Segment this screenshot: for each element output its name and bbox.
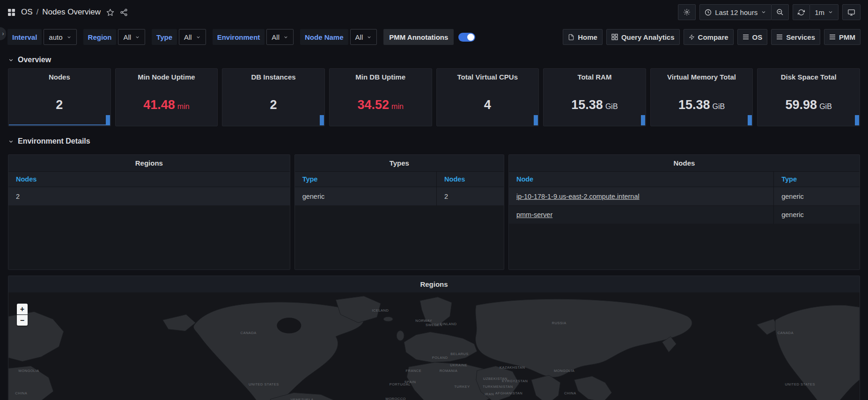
sparkline-bar xyxy=(748,115,752,125)
column-header-nodes[interactable]: Nodes xyxy=(8,172,290,187)
stat-panel-virtual-memory-total[interactable]: Virtual Memory Total 15.38GiB xyxy=(650,68,753,126)
filter-environment-value[interactable]: All xyxy=(266,29,294,45)
stat-value: 59.98GiB xyxy=(786,98,832,112)
map-country-label: RUSSIA xyxy=(552,320,566,325)
map-country-label: KAZAKHSTAN xyxy=(500,365,525,370)
map-country-label: TURKEY xyxy=(454,384,470,388)
stat-value: 2 xyxy=(270,98,277,112)
stat-value: 2 xyxy=(56,98,63,112)
stat-title: Min Node Uptime xyxy=(116,69,218,81)
query-analytics-button[interactable]: Query Analytics xyxy=(606,29,680,45)
column-header-nodes[interactable]: Nodes xyxy=(437,172,504,187)
clock-icon xyxy=(705,9,712,16)
stat-title: DB Instances xyxy=(222,69,324,81)
menu-icon xyxy=(743,34,749,40)
filter-value-text: auto xyxy=(49,33,62,41)
map-country-label: MOROCCO xyxy=(385,397,406,400)
chevron-down-icon xyxy=(8,138,14,145)
world-map[interactable]: MONGOLIACHINACANADAUNITED STATESICELANDN… xyxy=(8,292,860,400)
map-zoom-in-button[interactable]: + xyxy=(17,304,28,314)
zoom-out-time-button[interactable] xyxy=(771,4,789,20)
stat-value: 15.38GiB xyxy=(571,98,618,112)
apps-grid-icon xyxy=(611,34,618,40)
section-title: Overview xyxy=(18,56,51,64)
breadcrumb-folder[interactable]: OS xyxy=(21,7,33,17)
table-empty-area xyxy=(509,224,860,269)
chevron-down-icon xyxy=(761,9,766,15)
refresh-icon xyxy=(798,9,805,16)
overview-stats-row: Nodes 2 Min Node Uptime 41.48min DB Inst… xyxy=(8,68,860,126)
map-country-label: SPAIN xyxy=(405,380,416,384)
stat-panel-min-node-uptime[interactable]: Min Node Uptime 41.48min xyxy=(115,68,218,126)
sparkline-bar xyxy=(106,115,110,125)
node-link[interactable]: pmm-server xyxy=(516,211,552,218)
section-environment-details[interactable]: Environment Details xyxy=(8,133,860,150)
column-header-type[interactable]: Type xyxy=(774,172,860,187)
map-country-label: BELARUS xyxy=(450,352,469,356)
apps-grid-icon xyxy=(7,8,15,16)
column-header-node[interactable]: Node xyxy=(509,172,774,187)
filter-interval-value[interactable]: auto xyxy=(44,29,76,45)
os-menu-button[interactable]: OS xyxy=(737,29,768,45)
stat-panel-total-virtual-cpus[interactable]: Total Virtual CPUs 4 xyxy=(436,68,539,126)
map-country-label: POLAND xyxy=(432,355,448,359)
filter-type: Type All xyxy=(152,29,206,45)
filter-environment: Environment All xyxy=(213,29,294,45)
filter-type-value[interactable]: All xyxy=(179,29,206,45)
sparkline xyxy=(9,124,106,125)
stat-value: 4 xyxy=(484,98,491,112)
table-row: generic 2 xyxy=(295,187,504,205)
kiosk-mode-button[interactable] xyxy=(842,4,861,20)
dashboard-settings-button[interactable] xyxy=(678,4,696,20)
stat-panel-min-db-uptime[interactable]: Min DB Uptime 34.52min xyxy=(329,68,432,126)
breadcrumb-separator: / xyxy=(37,7,39,17)
query-analytics-button-label: Query Analytics xyxy=(621,33,675,41)
map-zoom-out-button[interactable]: − xyxy=(17,315,28,326)
compare-button[interactable]: Compare xyxy=(684,29,734,45)
filter-region-label: Region xyxy=(83,29,117,45)
pmm-annotations-toggle[interactable] xyxy=(458,33,475,42)
refresh-interval-picker[interactable]: 1m xyxy=(809,4,839,20)
compare-button-label: Compare xyxy=(698,33,728,41)
page-title: Nodes Overview xyxy=(42,7,101,17)
time-range-picker[interactable]: Last 12 hours xyxy=(699,4,772,20)
node-link[interactable]: ip-10-178-1-9.us-east-2.compute.internal xyxy=(516,193,640,200)
table-row: pmm-server generic xyxy=(509,205,860,224)
breadcrumb[interactable]: OS / Nodes Overview xyxy=(21,7,101,17)
favorite-star-icon[interactable] xyxy=(106,8,114,16)
column-header-type[interactable]: Type xyxy=(295,172,437,187)
stat-value: 34.52min xyxy=(358,98,404,112)
menu-icon xyxy=(776,34,783,40)
share-icon[interactable] xyxy=(120,8,128,16)
filter-node-name-label: Node Name xyxy=(300,29,348,45)
map-country-label: UNITED STATES xyxy=(249,382,279,386)
sidebar-expand-handle[interactable]: › xyxy=(0,27,6,40)
refresh-button[interactable] xyxy=(793,4,810,20)
time-range-label: Last 12 hours xyxy=(715,8,758,16)
cell-nodes-count: 2 xyxy=(437,187,504,205)
table-row: ip-10-178-1-9.us-east-2.compute.internal… xyxy=(509,187,860,205)
filter-node-name-value[interactable]: All xyxy=(350,29,377,45)
map-country-label: CANADA xyxy=(778,331,794,335)
stat-title: Virtual Memory Total xyxy=(651,69,753,81)
table-empty-area xyxy=(8,205,290,269)
filter-value-text: All xyxy=(123,33,131,41)
table-header-row: Type Nodes xyxy=(295,171,504,187)
magnifier-minus-icon xyxy=(776,8,784,16)
stat-title: Nodes xyxy=(8,69,110,81)
stat-panel-disk-space-total[interactable]: Disk Space Total 59.98GiB xyxy=(757,68,860,126)
pmm-menu-button[interactable]: PMM xyxy=(824,29,861,45)
section-overview[interactable]: Overview xyxy=(8,51,860,68)
filter-region-value[interactable]: All xyxy=(118,29,145,45)
home-button-label: Home xyxy=(578,33,597,41)
services-menu-button[interactable]: Services xyxy=(771,29,820,45)
types-table-panel: Types Type Nodes generic 2 xyxy=(294,154,504,270)
nodes-table-panel: Nodes Node Type ip-10-178-1-9.us-east-2.… xyxy=(508,154,860,270)
stat-title: Disk Space Total xyxy=(758,69,860,81)
table-empty-area xyxy=(295,205,504,269)
stat-panel-nodes[interactable]: Nodes 2 xyxy=(8,68,111,126)
cell-type: generic xyxy=(774,187,860,205)
stat-panel-total-ram[interactable]: Total RAM 15.38GiB xyxy=(543,68,646,126)
stat-panel-db-instances[interactable]: DB Instances 2 xyxy=(222,68,325,126)
home-button[interactable]: Home xyxy=(563,29,603,45)
